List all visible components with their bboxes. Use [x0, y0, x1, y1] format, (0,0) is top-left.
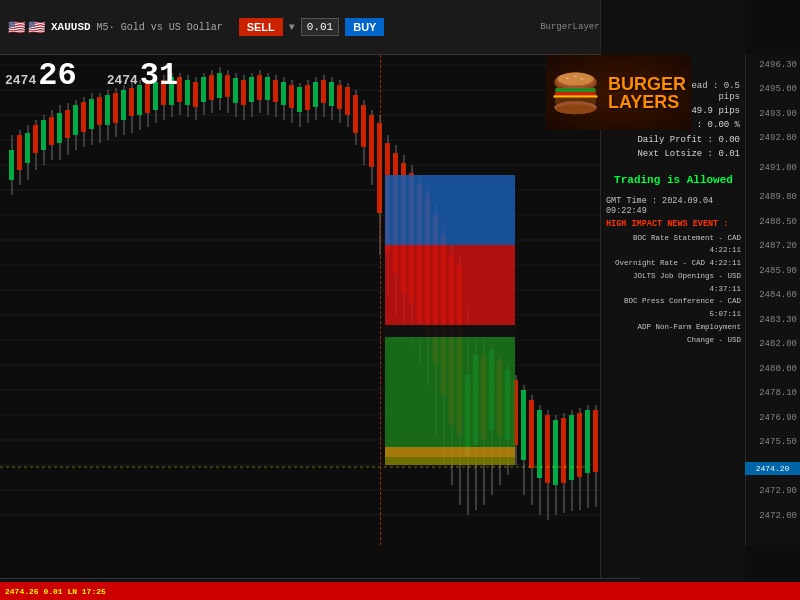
price-2493: 2493.90 — [759, 109, 797, 119]
ask-price: 2474 31 — [107, 60, 179, 92]
symbol-label: XAUUSD — [51, 21, 91, 33]
burger-title-2: LAYERS — [608, 93, 686, 111]
svg-rect-181 — [555, 92, 596, 95]
svg-rect-90 — [289, 85, 294, 108]
burger-title-1: BURGER — [608, 75, 686, 93]
svg-point-179 — [580, 78, 583, 80]
svg-rect-24 — [25, 133, 30, 163]
svg-rect-98 — [321, 80, 326, 103]
svg-rect-48 — [121, 90, 126, 120]
vertical-line-1 — [380, 55, 381, 545]
bid-price: 2474 26 — [5, 60, 77, 92]
svg-rect-102 — [337, 85, 342, 109]
price-zone-red — [385, 245, 515, 325]
timeframe-label: M5· Gold vs US Dollar — [97, 22, 223, 33]
news-item-4: BOC Press Conference - CAD 5:07:11 — [606, 295, 741, 321]
svg-rect-100 — [329, 82, 334, 106]
svg-point-177 — [566, 77, 569, 79]
status-text: 2474.26 0.01 LN 17:25 — [5, 587, 106, 596]
price-2483: 2483.30 — [759, 315, 797, 325]
chart-area — [0, 55, 640, 545]
price-2484: 2484.60 — [759, 290, 797, 300]
price-zone-gold — [385, 447, 515, 457]
svg-rect-110 — [369, 115, 374, 167]
news-panel: GMT Time : 2024.09.04 09:22:49 HIGH IMPA… — [601, 193, 746, 350]
svg-rect-42 — [97, 97, 102, 125]
svg-rect-164 — [585, 410, 590, 473]
svg-rect-76 — [233, 78, 238, 103]
news-title: HIGH IMPACT NEWS EVENT : — [606, 219, 741, 229]
price-2488: 2488.50 — [759, 217, 797, 227]
bottom-status-bar: 2474.26 0.01 LN 17:25 — [0, 582, 800, 600]
svg-rect-40 — [89, 99, 94, 129]
svg-rect-150 — [529, 400, 534, 468]
svg-rect-152 — [537, 410, 542, 478]
svg-rect-64 — [185, 80, 190, 105]
daily-profit-row: Daily Profit : 0.00 — [606, 133, 740, 147]
price-zone-blue — [385, 175, 515, 245]
price-2491: 2491.00 — [759, 163, 797, 173]
svg-rect-96 — [313, 82, 318, 107]
info-panel: BURGER LAYERS XAUUSD | Spread : 0.5 pips… — [600, 0, 745, 600]
next-lotsize-row: Next Lotsize : 0.01 — [606, 147, 740, 161]
price-line-value: 2474.20 — [756, 464, 790, 473]
sell-button[interactable]: SELL — [239, 18, 283, 36]
price-2476: 2476.90 — [759, 413, 797, 423]
svg-rect-84 — [265, 77, 270, 100]
price-2492: 2492.80 — [759, 133, 797, 143]
svg-rect-20 — [9, 150, 14, 180]
news-item-5: ADP Non-Farm Employment Change - USD — [606, 321, 741, 347]
svg-rect-92 — [297, 87, 302, 112]
svg-rect-82 — [257, 75, 262, 100]
svg-rect-160 — [569, 415, 574, 480]
price-zone-olive — [385, 457, 515, 465]
price-display: 2474 26 2474 31 — [5, 60, 178, 92]
svg-point-176 — [558, 72, 594, 85]
svg-rect-182 — [553, 95, 597, 97]
price-zone-green — [385, 337, 515, 447]
svg-rect-106 — [353, 95, 358, 133]
svg-rect-32 — [57, 113, 62, 143]
symbol-flag: 🇺🇸 🇺🇸 — [8, 19, 45, 36]
svg-rect-70 — [209, 75, 214, 100]
news-item-3: JOLTS Job Openings - USD 4:37:11 — [606, 270, 741, 296]
svg-rect-86 — [273, 80, 278, 102]
svg-rect-38 — [81, 102, 86, 132]
price-2482: 2482.00 — [759, 339, 797, 349]
svg-rect-26 — [33, 125, 38, 153]
ask-prefix: 2474 — [107, 73, 138, 88]
svg-rect-180 — [555, 88, 596, 92]
price-2485: 2485.90 — [759, 266, 797, 276]
svg-point-185 — [556, 104, 595, 114]
svg-rect-148 — [521, 390, 526, 460]
price-2475: 2475.50 — [759, 437, 797, 447]
svg-rect-66 — [193, 82, 198, 107]
bid-suffix: 26 — [38, 60, 76, 92]
svg-rect-36 — [73, 105, 78, 135]
svg-rect-80 — [249, 77, 254, 102]
lot-size-display: 0.01 — [301, 18, 339, 36]
svg-rect-34 — [65, 110, 70, 138]
svg-rect-68 — [201, 77, 206, 102]
buy-button[interactable]: BUY — [345, 18, 384, 36]
news-item-1: BOC Rate Statement - CAD 4:22:11 — [606, 232, 741, 258]
news-item-2: Overnight Rate - CAD 4:22:11 — [606, 257, 741, 270]
top-bar: 🇺🇸 🇺🇸 XAUUSD M5· Gold vs US Dollar SELL … — [0, 0, 640, 55]
burger-icon — [551, 65, 600, 120]
svg-rect-108 — [361, 105, 366, 147]
svg-point-178 — [574, 76, 577, 78]
bid-prefix: 2474 — [5, 73, 36, 88]
svg-rect-154 — [545, 415, 550, 483]
trading-allowed-section: Trading is Allowed — [601, 162, 746, 193]
price-2487: 2487.20 — [759, 241, 797, 251]
price-2495: 2495.00 — [759, 84, 797, 94]
price-2489: 2489.80 — [759, 192, 797, 202]
svg-rect-156 — [553, 420, 558, 485]
price-2472b: 2472.90 — [759, 486, 797, 496]
current-price-label: 2474.20 — [745, 462, 800, 475]
svg-rect-44 — [105, 95, 110, 125]
burger-text: BURGER LAYERS — [608, 75, 686, 111]
burger-logo: BURGER LAYERS — [546, 55, 691, 130]
price-2478: 2478.10 — [759, 388, 797, 398]
svg-rect-28 — [41, 120, 46, 150]
